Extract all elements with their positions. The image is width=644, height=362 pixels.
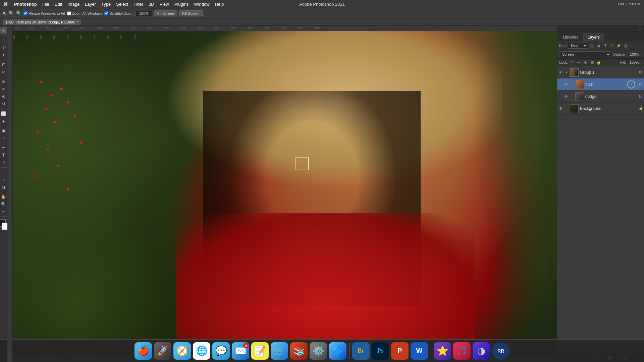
menu-select[interactable]: Select (113, 2, 131, 7)
menu-image[interactable]: Image (65, 2, 82, 7)
lasso-tool[interactable]: ⓛ (0, 44, 7, 51)
dock-music[interactable]: 🎵 (453, 342, 471, 360)
dock-bluetooth[interactable]: 🔷 (329, 342, 346, 360)
menu-type[interactable]: Type (99, 2, 113, 7)
menu-3d[interactable]: 3D (146, 2, 157, 7)
resize-windows-check[interactable]: Resize Windows to Fit (23, 11, 65, 15)
layer-burn[interactable]: 👁 burn fx (557, 78, 644, 90)
dock-chrome[interactable]: 🌐 (193, 342, 210, 360)
path-select-tool[interactable]: ↗ (0, 159, 7, 166)
eyedropper-tool[interactable]: ⊙ (0, 69, 7, 75)
opacity-chevron[interactable]: ▾ (640, 53, 642, 56)
blur-tool[interactable]: ◉ (0, 127, 7, 134)
menu-plugins[interactable]: Plugins (172, 2, 192, 7)
layer-vis-background[interactable]: 👁 (558, 106, 563, 111)
lock-pixels-icon[interactable]: ✏ (576, 60, 581, 65)
fill-chevron[interactable]: ▾ (640, 61, 642, 64)
zoom-in-icon[interactable]: 🔍 (9, 11, 14, 16)
history-brush[interactable]: ↺ (0, 101, 7, 107)
zoom-all-check[interactable]: Zoom All Windows (67, 11, 102, 15)
layer-fx-group1[interactable]: fx (638, 70, 643, 75)
scrubby-zoom-check[interactable]: Scrubby Zoom (104, 11, 133, 15)
filter-smart-icon[interactable]: ⚡ (616, 43, 622, 48)
move-tool[interactable]: ↖ (0, 27, 7, 34)
zoom-input[interactable] (136, 11, 152, 16)
tab-libraries[interactable]: Libraries (558, 33, 583, 41)
zoom-out-icon[interactable]: 🔍 (16, 11, 21, 16)
tab-layers[interactable]: Layers (583, 33, 604, 41)
clone-tool[interactable]: ⊗ (0, 93, 7, 100)
dock-photoshop[interactable]: Ps (372, 342, 389, 360)
lock-all-icon[interactable]: 🔒 (596, 60, 601, 65)
dock-bridge[interactable]: Br (352, 342, 370, 360)
menu-layer[interactable]: Layer (82, 2, 99, 7)
dock-rrcg[interactable]: RR (492, 342, 509, 360)
filter-shape-icon[interactable]: ⬡ (609, 43, 615, 48)
magic-wand-tool[interactable]: ✦ (0, 52, 7, 58)
dock-powerpoint[interactable]: P (391, 342, 409, 360)
marquee-tool[interactable]: ▭ (0, 37, 7, 44)
rectangle-tool[interactable]: ▭ (0, 169, 7, 176)
dock-launchpad[interactable]: 🚀 (154, 342, 171, 360)
dock-starred[interactable]: ⭐ (434, 342, 451, 360)
dock-sysprefs[interactable]: ⚙️ (310, 342, 327, 360)
zoom-tool[interactable]: 🔍 (0, 201, 7, 207)
type-tool[interactable]: T (0, 152, 7, 159)
pen-tool[interactable]: ✒ (0, 144, 7, 151)
dock-books[interactable]: 📚 (290, 342, 308, 360)
liquify-tool[interactable]: ◑ (0, 184, 7, 190)
dock-finder[interactable]: 🍎 (135, 342, 152, 360)
app-name[interactable]: Photoshop (11, 2, 40, 7)
filter-pixel-icon[interactable]: ⬛ (589, 43, 595, 48)
more-tools[interactable]: ··· (0, 208, 7, 215)
dock-safari[interactable]: 🧭 (173, 342, 191, 360)
menu-window[interactable]: Window (191, 2, 212, 7)
layer-fx-dodge[interactable]: fx (638, 94, 643, 99)
gradient-tool[interactable]: ◈ (0, 118, 7, 124)
canvas-content[interactable] (13, 31, 557, 362)
menu-help[interactable]: Help (212, 2, 227, 7)
blend-mode-select[interactable]: Screen Normal Multiply Overlay Soft Ligh… (559, 51, 611, 57)
menu-edit[interactable]: Edit (52, 2, 65, 7)
panel-menu-icon[interactable]: ☰ (638, 35, 643, 40)
opacity-value[interactable]: 100% (628, 52, 639, 56)
layer-vis-group1[interactable]: 👁 (558, 70, 563, 75)
eraser-tool[interactable]: ⬜ (0, 110, 7, 117)
kind-select[interactable]: Kind Name Effect Mode (568, 43, 588, 49)
menu-view[interactable]: View (157, 2, 172, 7)
layer-background[interactable]: 👁 Background 🔒 (557, 103, 644, 115)
panel-close-icon[interactable]: ✕ (637, 26, 643, 31)
move-tool-icon[interactable]: ↖ (3, 11, 7, 16)
layer-expand-group1[interactable]: ▾ (565, 70, 569, 74)
hand-tool[interactable]: ✋ (0, 193, 7, 200)
dock-mail[interactable]: ✉️ 36 (232, 342, 249, 360)
filter-type-icon[interactable]: T (603, 43, 608, 48)
filter-toggle[interactable]: ⬤ (623, 43, 628, 48)
healing-tool[interactable]: ⊕ (0, 78, 7, 85)
menu-file[interactable]: File (40, 2, 52, 7)
fill-screen-button[interactable]: Fill Screen (179, 10, 203, 16)
menu-filter[interactable]: Filter (131, 2, 146, 7)
dock-appstore[interactable]: 🛒 (271, 342, 288, 360)
dock-arc[interactable]: ◑ (473, 342, 490, 360)
ellipse-tool[interactable]: ○ (0, 176, 7, 183)
apple-logo[interactable]: ⌘ (0, 1, 11, 7)
dock-messages[interactable]: 💬 (212, 342, 230, 360)
layer-fx-burn[interactable]: fx (638, 82, 643, 87)
fill-value[interactable]: 100% (627, 60, 639, 64)
dodge-tool[interactable]: ○ (0, 135, 7, 141)
brush-tool[interactable]: ✏ (0, 86, 7, 93)
layer-group1[interactable]: 👁 ▾ Group 1 fx (557, 66, 644, 78)
lock-artboard-icon[interactable]: ▤ (589, 60, 595, 65)
layer-vis-burn[interactable]: 👁 (564, 82, 569, 87)
dock-word[interactable]: W (411, 342, 428, 360)
filter-adjust-icon[interactable]: ◑ (596, 43, 601, 48)
lock-position-icon[interactable]: ✛ (583, 60, 588, 65)
lock-transparent-icon[interactable]: ⬚ (569, 60, 575, 65)
dock-notes[interactable]: 📝 (251, 342, 269, 360)
layer-vis-dodge[interactable]: 👁 (564, 94, 569, 99)
file-tab-item[interactable]: DSC_7630.png @ 100% (dodge, RGB/8#) * (3, 19, 81, 25)
crop-tool[interactable]: ⊡ (0, 61, 7, 68)
fit-screen-button[interactable]: Fit Screen (154, 10, 177, 16)
layer-dodge[interactable]: 👁 dodge fx (557, 90, 644, 103)
